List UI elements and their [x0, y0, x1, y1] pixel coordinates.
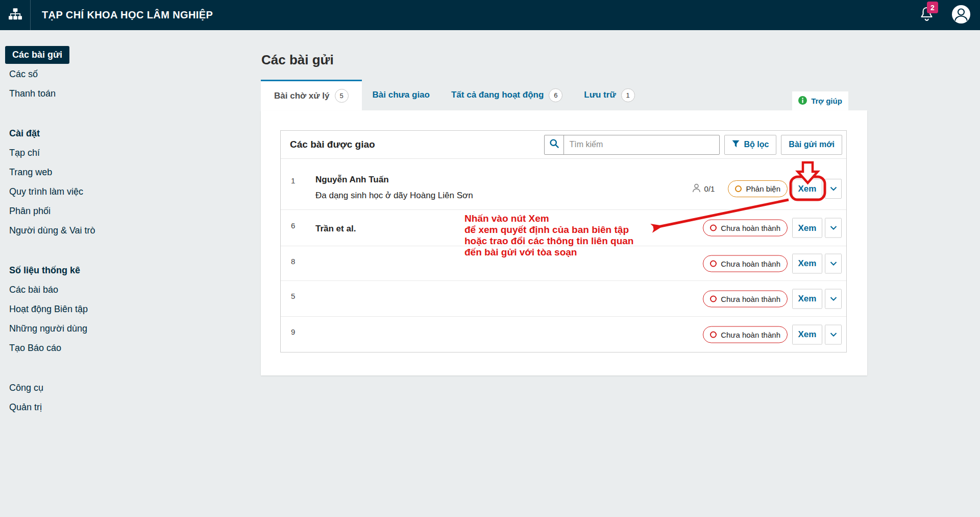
- sidebar-item-submissions[interactable]: Các bài gửi: [9, 45, 153, 64]
- main-area: Các bài gửi Bài chờ xử lý 5 Bài chưa gia…: [261, 30, 867, 517]
- stage-ring-icon: [710, 260, 717, 267]
- tab-archives-count: 1: [621, 88, 635, 102]
- stage-badge-incomplete: Chưa hoàn thành: [703, 255, 788, 272]
- sidebar-item-workflow[interactable]: Quy trình làm việc: [9, 182, 153, 201]
- stage-ring-icon: [710, 225, 717, 231]
- new-submission-button[interactable]: Bài gửi mới: [781, 135, 842, 155]
- sidebar: Các bài gửi Các số Thanh toán Cài đặt Tạ…: [0, 30, 153, 417]
- stage-badge-review: Phản biện: [728, 180, 788, 197]
- annotation-line: để xem quyết định của ban biên tập: [464, 224, 633, 236]
- expand-row-button[interactable]: [825, 289, 842, 309]
- stage-ring-icon: [735, 185, 742, 192]
- tab-all-active-label: Tất cả đang hoạt động: [451, 90, 544, 100]
- sidebar-item-users-roles[interactable]: Người dùng & Vai trò: [9, 221, 153, 240]
- user-menu-button[interactable]: [951, 5, 971, 26]
- submission-id: 9: [291, 327, 295, 336]
- submission-title: Đa dạng sinh học ở dãy Hoàng Liên Sơn: [315, 191, 473, 201]
- expand-row-button[interactable]: [825, 179, 842, 199]
- chevron-down-icon: [830, 295, 837, 302]
- stage-badge-incomplete: Chưa hoàn thành: [703, 220, 788, 237]
- notifications-button[interactable]: 2: [919, 6, 934, 24]
- submission-id: 8: [291, 257, 295, 266]
- sidebar-item-tools[interactable]: Công cụ: [9, 378, 153, 397]
- stage-badge-label: Chưa hoàn thành: [721, 294, 780, 303]
- bell-icon: [919, 15, 934, 24]
- top-bar: TẠP CHÍ KHOA HỌC LÂM NGHIỆP 2: [0, 0, 980, 30]
- sidebar-item-website[interactable]: Trang web: [9, 162, 153, 182]
- chevron-down-icon: [830, 224, 837, 232]
- sidebar-heading-statistics: Số liệu thống kê: [9, 261, 153, 280]
- filter-button[interactable]: Bộ lọc: [724, 135, 776, 155]
- tab-my-queue[interactable]: Bài chờ xử lý 5: [261, 80, 362, 110]
- sidebar-item-submissions-label: Các bài gửi: [5, 46, 69, 64]
- info-icon: [798, 96, 807, 106]
- view-button[interactable]: Xem: [792, 179, 822, 199]
- submission-id: 5: [291, 292, 295, 300]
- tab-unassigned[interactable]: Bài chưa giao: [362, 90, 440, 100]
- notification-count-badge: 2: [927, 2, 938, 13]
- avatar-icon: [951, 5, 971, 26]
- stage-badge-incomplete: Chưa hoàn thành: [703, 326, 788, 343]
- sidebar-item-stat-users[interactable]: Những người dùng: [9, 319, 153, 338]
- sidebar-item-articles[interactable]: Các bài báo: [9, 280, 153, 299]
- sidebar-item-distribution[interactable]: Phân phối: [9, 201, 153, 221]
- help-button-label: Trợ giúp: [811, 97, 842, 105]
- sidebar-heading-settings: Cài đặt: [9, 124, 153, 143]
- submission-author: Nguyễn Anh Tuấn: [315, 175, 389, 185]
- app-title: TẠP CHÍ KHOA HỌC LÂM NGHIỆP: [42, 9, 213, 21]
- sitemap-icon: [9, 8, 22, 22]
- panel-title: Các bài được giao: [290, 139, 375, 150]
- filter-button-label: Bộ lọc: [744, 140, 769, 149]
- tab-archives-label: Lưu trữ: [584, 90, 616, 100]
- stage-ring-icon: [710, 295, 717, 302]
- sidebar-item-administration[interactable]: Quản trị: [9, 397, 153, 417]
- new-submission-label: Bài gửi mới: [789, 140, 835, 149]
- sidebar-item-payments[interactable]: Thanh toán: [9, 84, 153, 103]
- stage-badge-label: Chưa hoàn thành: [721, 259, 780, 268]
- stage-badge-label: Chưa hoàn thành: [721, 224, 780, 232]
- stage-ring-icon: [710, 331, 717, 338]
- submission-row: 9 Chưa hoàn thành Xem: [281, 317, 846, 352]
- annotation-line: Nhấn vào nút Xem: [464, 213, 633, 224]
- submission-tabs: Bài chờ xử lý 5 Bài chưa giao Tất cả đan…: [261, 80, 646, 110]
- tab-all-active[interactable]: Tất cả đang hoạt động 6: [440, 88, 573, 102]
- help-button[interactable]: Trợ giúp: [792, 91, 848, 110]
- sidebar-item-report-generator[interactable]: Tạo Báo cáo: [9, 338, 153, 358]
- chevron-down-icon: [830, 185, 837, 193]
- stage-badge-label: Phản biện: [746, 184, 780, 193]
- tab-unassigned-label: Bài chưa giao: [373, 90, 430, 100]
- expand-row-button[interactable]: [825, 253, 842, 273]
- submission-id: 6: [291, 221, 295, 230]
- view-button[interactable]: Xem: [792, 324, 822, 344]
- participants-count: 0/1: [704, 184, 715, 193]
- tab-my-queue-label: Bài chờ xử lý: [274, 91, 330, 101]
- tab-my-queue-count: 5: [335, 89, 349, 103]
- sitemap-menu-button[interactable]: [0, 0, 31, 30]
- person-icon: [692, 183, 701, 194]
- sidebar-item-issues[interactable]: Các số: [9, 64, 153, 84]
- stage-badge-incomplete: Chưa hoàn thành: [703, 290, 788, 307]
- page-title: Các bài gửi: [261, 52, 334, 68]
- expand-row-button[interactable]: [825, 218, 842, 238]
- chevron-down-icon: [830, 331, 837, 338]
- annotation-note: Nhấn vào nút Xem để xem quyết định của b…: [464, 213, 633, 258]
- view-button[interactable]: Xem: [792, 218, 822, 238]
- chevron-down-icon: [830, 260, 837, 267]
- sidebar-item-journal[interactable]: Tạp chí: [9, 143, 153, 162]
- expand-row-button[interactable]: [825, 324, 842, 344]
- view-button[interactable]: Xem: [792, 253, 822, 273]
- annotation-line: hoặc trao đổi các thông tin liên quan: [464, 236, 633, 247]
- stage-badge-label: Chưa hoàn thành: [721, 330, 780, 339]
- search-submit-button[interactable]: [545, 135, 564, 154]
- filter-icon: [732, 140, 740, 150]
- search-icon: [549, 138, 559, 151]
- submission-row: 1 Nguyễn Anh Tuấn Đa dạng sinh học ở dãy…: [281, 159, 846, 210]
- search-box: [544, 135, 720, 155]
- search-input[interactable]: [564, 135, 719, 154]
- panel-header: Các bài được giao: [281, 131, 846, 159]
- view-button[interactable]: Xem: [792, 289, 822, 309]
- participants-indicator[interactable]: 0/1: [692, 183, 715, 194]
- submission-row: 5 Chưa hoàn thành Xem: [281, 281, 846, 317]
- sidebar-item-editorial-activity[interactable]: Hoạt động Biên tập: [9, 299, 153, 319]
- tab-archives[interactable]: Lưu trữ 1: [573, 88, 645, 102]
